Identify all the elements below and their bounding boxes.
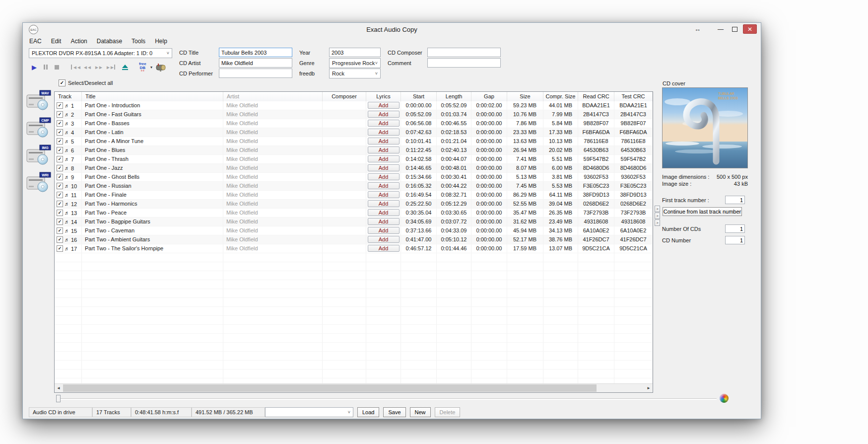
track-checkbox[interactable]: ✓ [57,111,63,118]
track-row[interactable]: ✓♬4Part One - LatinMike OldfieldAdd0:07:… [55,128,653,137]
track-checkbox[interactable]: ✓ [57,183,63,189]
rewind-button[interactable]: ◄◄ [83,62,91,72]
lyrics-add-button[interactable]: Add [368,111,400,118]
cd-cover-image[interactable]: TUBULAR BELLS 2003 [662,87,748,168]
position-slider[interactable] [54,394,722,403]
track-row[interactable]: ✓♬12Part Two - HarmonicsMike OldfieldAdd… [55,200,653,209]
continue-from-last-track-button[interactable]: Continue from last track number [663,207,742,216]
column-header-title[interactable]: Title [82,92,223,101]
column-header-lyrics[interactable]: Lyrics [366,92,401,101]
cd-number-input[interactable] [725,236,745,244]
column-header-start[interactable]: Start [401,92,437,101]
track-checkbox[interactable]: ✓ [57,201,63,207]
track-row[interactable]: ✓♬6Part One - BluesMike OldfieldAdd0:11:… [55,146,653,155]
freedb-dropdown-arrow[interactable]: ▾ [150,62,152,72]
track-row[interactable]: ✓♬13Part Two - PeaceMike OldfieldAdd0:30… [55,209,653,218]
new-button[interactable]: New [410,407,431,417]
sidebar-action-cmp-icon[interactable]: CMP [26,117,51,138]
track-checkbox[interactable]: ✓ [57,227,63,234]
lyrics-add-button[interactable]: Add [368,182,400,189]
track-checkbox[interactable]: ✓ [57,236,63,243]
menu-item-help[interactable]: Help [150,36,172,47]
lyrics-add-button[interactable]: Add [368,200,400,207]
slider-thumb[interactable] [56,395,61,402]
sidebar-action-wav-icon[interactable]: WAV [26,90,51,111]
title-bar[interactable]: EAC Exact Audio Copy ↔ — ✕ [23,23,761,36]
track-row[interactable]: ✓♬1Part One - IntroductionMike OldfieldA… [55,101,653,110]
track-checkbox[interactable]: ✓ [57,165,63,171]
track-checkbox[interactable]: ✓ [57,138,63,145]
cd-performer-input[interactable] [219,69,292,78]
lyrics-add-button[interactable]: Add [368,173,400,180]
chevron-right-button[interactable]: > [655,206,660,212]
track-checkbox[interactable]: ✓ [57,174,63,180]
database-mailbox-icon[interactable] [156,62,167,72]
track-row[interactable]: ✓♬17Part Two - The Sailor's HornpipeMike… [55,244,653,253]
previous-track-button[interactable]: ◄◄ [70,62,80,72]
load-button[interactable]: Load [357,407,379,417]
track-checkbox[interactable]: ✓ [57,147,63,153]
lyrics-add-button[interactable]: Add [368,147,400,153]
freedb-button[interactable]: free DB ++ [139,62,146,72]
maximize-button[interactable] [728,24,741,34]
track-checkbox[interactable]: ✓ [57,129,63,136]
drive-select[interactable]: PLEXTOR DVDR PX-891SA 1.06 Adapter: 1 ID… [29,48,172,58]
lyrics-add-button[interactable]: Add [368,191,400,198]
track-row[interactable]: ✓♬9Part One - Ghost BellsMike OldfieldAd… [55,173,653,182]
save-button[interactable]: Save [383,407,405,417]
freedb-genre-select[interactable]: Rock ˅ [329,69,381,78]
lyrics-add-button[interactable]: Add [368,138,400,145]
lyrics-add-button[interactable]: Add [368,218,400,225]
column-header-test-crc[interactable]: Test CRC [614,92,653,101]
eject-button[interactable] [122,62,128,72]
track-row[interactable]: ✓♬7Part One - ThrashMike OldfieldAdd0:14… [55,155,653,164]
track-row[interactable]: ✓♬16Part Two - Ambient GuitarsMike Oldfi… [55,235,653,244]
column-header-read-crc[interactable]: Read CRC [578,92,614,101]
lyrics-add-button[interactable]: Add [368,120,400,127]
comment-input[interactable] [427,58,501,68]
menu-item-database[interactable]: Database [92,36,127,47]
select-all-checkbox[interactable]: ✓ [59,79,66,86]
track-row[interactable]: ✓♬2Part One - Fast GuitarsMike OldfieldA… [55,110,653,119]
minimize-button[interactable]: — [714,24,728,34]
number-of-cds-input[interactable] [725,224,745,233]
track-checkbox[interactable]: ✓ [57,245,63,252]
year-input[interactable] [329,48,381,57]
column-header-compr-size[interactable]: Compr. Size [543,92,578,101]
lyrics-add-button[interactable]: Add [368,129,400,136]
close-button[interactable]: ✕ [743,24,757,34]
track-row[interactable]: ✓♬11Part One - FinaleMike OldfieldAdd0:1… [55,191,653,200]
play-button[interactable]: ▶ [32,62,37,72]
lyrics-add-button[interactable]: Add [368,245,400,252]
track-checkbox[interactable]: ✓ [57,102,63,109]
select-deselect-all[interactable]: ✓ Select/Deselect all [59,79,113,86]
track-checkbox[interactable]: ✓ [57,156,63,162]
track-row[interactable]: ✓♬8Part One - JazzMike OldfieldAdd0:14:4… [55,164,653,173]
chevron-right-button[interactable]: > [655,213,660,219]
track-row[interactable]: ✓♬10Part One - RussianMike OldfieldAdd0:… [55,182,653,191]
sidebar-action-img-icon[interactable]: IMG [26,145,51,165]
delete-button[interactable]: Delete [435,407,461,417]
track-checkbox[interactable]: ✓ [57,192,63,198]
lyrics-add-button[interactable]: Add [368,236,400,243]
lyrics-add-button[interactable]: Add [368,227,400,234]
next-track-button[interactable]: ►► [106,62,116,72]
horizontal-scrollbar[interactable]: ◄ ► [55,383,653,392]
lyrics-add-button[interactable]: Add [368,164,400,171]
menu-item-action[interactable]: Action [66,36,92,47]
lyrics-add-button[interactable]: Add [368,209,400,216]
track-checkbox[interactable]: ✓ [57,219,63,225]
menu-item-tools[interactable]: Tools [127,36,150,47]
lyrics-add-button[interactable]: Add [368,102,400,109]
cd-title-input[interactable] [219,48,292,57]
column-header-track[interactable]: Track [55,92,82,101]
cd-artist-input[interactable] [219,58,292,68]
column-header-length[interactable]: Length [437,92,471,101]
scroll-right-arrow[interactable]: ► [645,384,653,392]
chevron-right-button[interactable]: > [655,220,660,226]
menu-item-edit[interactable]: Edit [47,36,67,47]
genre-select[interactable]: Progressive Rock ˅ [329,58,381,68]
menu-item-eac[interactable]: EAC [25,36,47,47]
track-row[interactable]: ✓♬3Part One - BassesMike OldfieldAdd0:06… [55,119,653,128]
column-header-artist[interactable]: Artist [223,92,323,101]
